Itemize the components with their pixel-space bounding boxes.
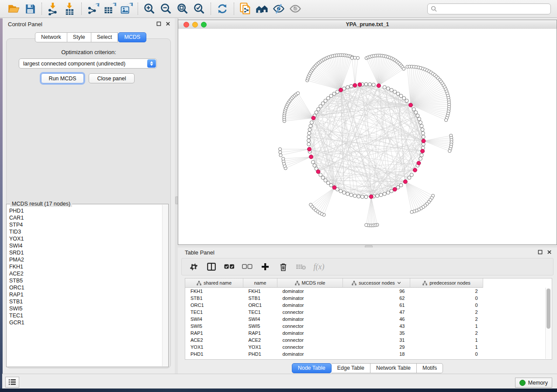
ring-node[interactable] (417, 117, 421, 121)
tab-motifs[interactable]: Motifs (417, 363, 443, 373)
export-network-button[interactable] (85, 1, 101, 16)
edge[interactable] (324, 188, 334, 215)
edge[interactable] (313, 68, 341, 90)
refresh-button[interactable] (214, 1, 231, 16)
ring-node[interactable] (390, 88, 393, 92)
edge[interactable] (281, 149, 310, 155)
leaf-node[interactable] (448, 149, 451, 152)
column-header-mcds-role[interactable]: MCDS role (277, 279, 343, 288)
ring-node[interactable] (313, 164, 316, 167)
ring-node[interactable] (307, 139, 311, 142)
edge[interactable] (285, 157, 311, 166)
table-row[interactable]: RAP1RAP1dominator352 (185, 330, 483, 337)
mcds-result-item[interactable]: STB1 (9, 298, 162, 305)
ring-node[interactable] (311, 160, 315, 164)
ring-node[interactable] (319, 104, 322, 108)
edge[interactable] (405, 182, 430, 200)
ring-node[interactable] (308, 128, 311, 131)
mcds-result-item[interactable]: FKH1 (9, 263, 162, 270)
ring-node[interactable] (332, 92, 336, 96)
navigator-button[interactable] (254, 1, 270, 16)
delete-table-button-disabled[interactable] (295, 261, 307, 272)
ring-node[interactable] (422, 135, 425, 139)
search-input[interactable] (427, 3, 551, 14)
edge[interactable] (405, 182, 417, 210)
tab-node-table[interactable]: Node Table (292, 363, 332, 373)
edge[interactable] (372, 56, 379, 86)
mcds-result-item[interactable]: YOX1 (9, 235, 162, 242)
mcds-result-item[interactable]: SRD1 (9, 249, 162, 256)
ring-node[interactable] (329, 183, 333, 187)
edge[interactable] (318, 64, 341, 90)
ring-node[interactable] (309, 124, 312, 128)
edge[interactable] (315, 188, 334, 210)
memory-button[interactable]: Memory (515, 378, 552, 388)
hide-graphics-button[interactable] (270, 1, 287, 16)
float-panel-icon[interactable] (156, 21, 161, 26)
mcds-result-item[interactable]: TEC1 (9, 312, 162, 319)
column-header-predecessor-nodes[interactable]: predecessor nodes (410, 279, 483, 288)
ring-node[interactable] (399, 94, 403, 98)
leaf-node[interactable] (356, 56, 359, 59)
table-scrollbar-thumb[interactable] (547, 289, 550, 329)
close-panel-button[interactable]: Close panel (89, 73, 135, 83)
ring-node[interactable] (339, 189, 343, 193)
edge[interactable] (313, 118, 377, 196)
mcds-hub-node[interactable] (308, 147, 311, 151)
mcds-hub-node[interactable] (358, 83, 362, 86)
ring-node[interactable] (421, 128, 424, 131)
tab-network-table[interactable]: Network Table (370, 363, 417, 373)
leaf-node[interactable] (296, 92, 299, 95)
export-image-button[interactable] (118, 1, 135, 16)
table-row[interactable]: YOX1YOX1connector291 (185, 344, 483, 351)
ring-node[interactable] (357, 195, 360, 198)
mcds-result-item[interactable]: TID3 (9, 228, 162, 235)
ring-node[interactable] (376, 194, 379, 198)
import-network-button[interactable] (45, 1, 62, 16)
edge[interactable] (286, 157, 311, 168)
edge[interactable] (355, 58, 358, 86)
ring-node[interactable] (317, 107, 320, 111)
edge[interactable] (284, 157, 311, 161)
zoom-out-button[interactable] (158, 1, 174, 16)
table-row[interactable]: TEC1TEC1connector472 (185, 309, 483, 316)
ring-node[interactable] (324, 99, 327, 103)
mcds-result-item[interactable]: SWI5 (9, 305, 162, 312)
ring-node[interactable] (386, 191, 390, 194)
close-panel-icon[interactable] (547, 250, 552, 254)
table-row[interactable]: STB1STB1dominator620 (185, 295, 483, 302)
close-panel-icon[interactable] (166, 21, 170, 26)
zoom-in-button[interactable] (141, 1, 158, 16)
ring-node[interactable] (408, 176, 411, 179)
edge[interactable] (379, 58, 392, 86)
ring-node[interactable] (329, 94, 333, 98)
ring-node[interactable] (310, 121, 313, 124)
edge[interactable] (312, 188, 335, 207)
mcds-result-item[interactable]: PMA2 (9, 256, 162, 263)
mcds-result-scrollbar[interactable] (162, 205, 168, 366)
clone-network-button[interactable] (237, 1, 254, 16)
mcds-hub-node[interactable] (409, 103, 413, 107)
edge[interactable] (411, 83, 443, 105)
edge[interactable] (367, 58, 379, 86)
ring-node[interactable] (405, 99, 408, 103)
mcds-hub-node[interactable] (309, 155, 313, 159)
ring-node[interactable] (364, 83, 368, 86)
edge[interactable] (287, 106, 313, 118)
column-header-name[interactable]: name (243, 279, 277, 288)
table-row[interactable]: PHD1PHD1dominator180 (185, 351, 483, 358)
table-row[interactable]: FKH1FKH1dominator962 (185, 288, 483, 295)
edge[interactable] (368, 196, 371, 225)
table-row[interactable]: SWI5SWI5connector431 (185, 323, 483, 330)
ring-node[interactable] (420, 124, 423, 128)
ring-node[interactable] (307, 142, 311, 146)
mcds-hub-node[interactable] (311, 116, 315, 120)
ring-node[interactable] (360, 195, 364, 199)
mcds-result-item[interactable]: ACE2 (9, 270, 162, 277)
ring-node[interactable] (421, 131, 425, 135)
edge[interactable] (321, 106, 335, 187)
ring-node[interactable] (386, 87, 390, 90)
mcds-result-item[interactable]: PHD1 (9, 207, 162, 214)
ring-node[interactable] (383, 86, 386, 89)
ring-node[interactable] (346, 86, 349, 89)
